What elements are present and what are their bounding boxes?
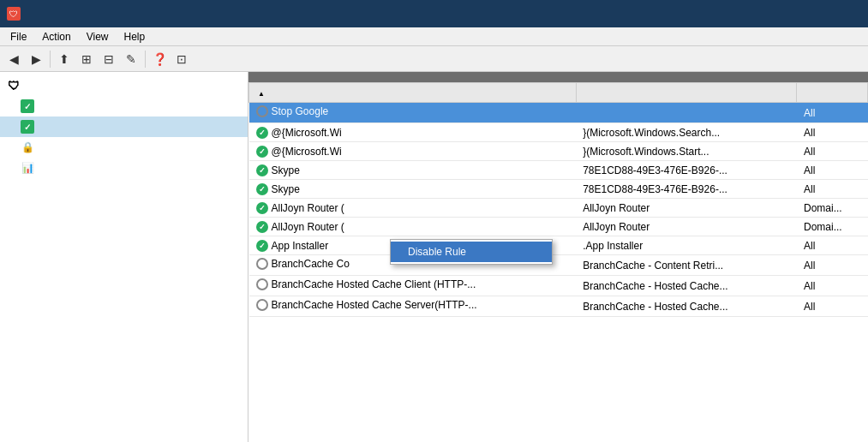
root-icon: 🛡 (7, 79, 21, 93)
outbound-icon: ✓ (21, 120, 34, 134)
forward-button[interactable]: ▶ (26, 49, 46, 69)
properties-button[interactable]: ⊡ (171, 49, 192, 69)
enabled-icon: ✓ (256, 164, 268, 176)
inbound-icon: ✓ (21, 99, 34, 113)
sidebar-item-monitoring[interactable]: 📊 (0, 158, 248, 178)
context-menu-item-disable-rule[interactable]: Disable Rule (391, 242, 552, 262)
toolbar: ◀ ▶ ⬆ ⊞ ⊟ ✎ ❓ ⊡ (0, 46, 868, 72)
row-name-cell: BranchCache Hosted Cache Client (HTTP-..… (249, 276, 577, 296)
table-row[interactable]: BranchCache Hosted Cache Server(HTTP-...… (249, 296, 868, 317)
row-name-cell: ✓ Skype (249, 180, 577, 199)
table-row[interactable]: BranchCache Hosted Cache Client (HTTP-..… (249, 276, 868, 296)
monitoring-icon: 📊 (21, 161, 34, 175)
enabled-icon: ✓ (256, 127, 268, 139)
row-group-cell: .App Installer (576, 236, 797, 255)
table-row[interactable]: ✓ App Installer.App InstallerAll (249, 236, 868, 255)
row-group-cell (576, 103, 797, 123)
col-group[interactable] (576, 83, 797, 103)
table-row[interactable]: ✓ Skype78E1CD88-49E3-476E-B926-...All (249, 180, 868, 199)
expand-button[interactable]: ⊟ (99, 49, 119, 69)
row-profile-cell: All (797, 276, 868, 296)
menu-item-action[interactable]: Action (35, 29, 77, 45)
sort-arrow-name: ▲ (258, 90, 265, 98)
row-profile-cell: All (797, 103, 868, 123)
row-group-cell: 78E1CD88-49E3-476E-B926-... (576, 161, 797, 180)
table-row[interactable]: ✓ @{Microsoft.Wi}(Microsoft.Windows.Star… (249, 142, 868, 161)
menu-item-file[interactable]: File (3, 29, 33, 45)
toolbar-separator-1 (50, 51, 51, 68)
connection-icon: 🔒 (21, 140, 34, 154)
row-profile-cell: All (797, 180, 868, 199)
row-profile-cell: Domai... (797, 199, 868, 218)
up-button[interactable]: ⬆ (54, 49, 75, 69)
sidebar-item-connection-security[interactable]: 🔒 (0, 137, 248, 158)
content-header (248, 72, 868, 82)
sidebar-item-outbound-rules[interactable]: ✓ (0, 116, 248, 137)
enabled-icon: ✓ (256, 240, 268, 252)
menu-item-help[interactable]: Help (117, 29, 153, 45)
enabled-icon: ✓ (256, 221, 268, 233)
enabled-icon: ✓ (256, 183, 268, 195)
col-profile[interactable] (797, 83, 868, 103)
app-icon: 🛡 (7, 7, 21, 21)
disabled-icon (256, 278, 268, 290)
rules-table: ▲ Stop GoogleAll✓ @{Microsoft.Wi}(Micros… (248, 82, 868, 317)
row-name-cell: BranchCache Hosted Cache Server(HTTP-... (249, 296, 577, 317)
table-row[interactable]: BranchCache CoBranchCache - Content Retr… (249, 255, 868, 276)
row-profile-cell: Domai... (797, 218, 868, 236)
row-name-cell: ✓ Skype (249, 161, 577, 180)
enabled-icon: ✓ (256, 202, 268, 214)
row-name-cell: ✓ AllJoyn Router ( (249, 199, 577, 218)
row-name-cell: ✓ @{Microsoft.Wi (249, 142, 577, 161)
row-group-cell: 78E1CD88-49E3-476E-B926-... (576, 180, 797, 199)
disabled-icon (256, 258, 268, 270)
row-profile-cell: All (797, 255, 868, 276)
col-name[interactable]: ▲ (249, 83, 577, 103)
context-menu: Disable Rule (390, 239, 553, 265)
row-group-cell: BranchCache - Hosted Cache... (576, 296, 797, 317)
row-group-cell: AllJoyn Router (576, 218, 797, 236)
disabled-icon (256, 105, 268, 117)
menu-bar: FileActionViewHelp (0, 27, 868, 46)
row-group-cell: AllJoyn Router (576, 199, 797, 218)
sidebar-item-inbound-rules[interactable]: ✓ (0, 96, 248, 116)
table-row[interactable]: ✓ Skype78E1CD88-49E3-476E-B926-...All (249, 161, 868, 180)
row-group-cell: BranchCache - Content Retri... (576, 255, 797, 276)
back-button[interactable]: ◀ (3, 49, 24, 69)
content-area: ▲ Stop GoogleAll✓ @{Microsoft.Wi}(Micros… (248, 72, 868, 442)
table-row[interactable]: ✓ @{Microsoft.Wi}(Microsoft.Windows.Sear… (249, 123, 868, 142)
table-row[interactable]: Stop GoogleAll (249, 103, 868, 123)
row-profile-cell: All (797, 161, 868, 180)
row-group-cell: }(Microsoft.Windows.Search... (576, 123, 797, 142)
table-scroll[interactable]: ▲ Stop GoogleAll✓ @{Microsoft.Wi}(Micros… (248, 82, 868, 442)
toolbar-separator-2 (145, 51, 146, 68)
row-group-cell: BranchCache - Hosted Cache... (576, 276, 797, 296)
menu-item-view[interactable]: View (80, 29, 116, 45)
sidebar: 🛡 ✓ ✓ 🔒 📊 (0, 72, 248, 442)
sidebar-root-item[interactable]: 🛡 (0, 75, 248, 96)
row-profile-cell: All (797, 296, 868, 317)
edit-button[interactable]: ✎ (121, 49, 141, 69)
table-row[interactable]: ✓ AllJoyn Router (AllJoyn RouterDomai... (249, 218, 868, 236)
row-profile-cell: All (797, 236, 868, 255)
main-layout: 🛡 ✓ ✓ 🔒 📊 (0, 72, 868, 442)
row-group-cell: }(Microsoft.Windows.Start... (576, 142, 797, 161)
disabled-icon (256, 299, 268, 311)
enabled-icon: ✓ (256, 146, 268, 158)
row-profile-cell: All (797, 142, 868, 161)
title-bar: 🛡 (0, 0, 868, 27)
row-name-cell: ✓ AllJoyn Router ( (249, 218, 577, 236)
row-name-cell: Stop Google (249, 103, 577, 123)
help-button[interactable]: ❓ (149, 49, 170, 69)
show-hide-tree-button[interactable]: ⊞ (76, 49, 97, 69)
row-name-cell: ✓ @{Microsoft.Wi (249, 123, 577, 142)
row-profile-cell: All (797, 123, 868, 142)
table-row[interactable]: ✓ AllJoyn Router (AllJoyn RouterDomai... (249, 199, 868, 218)
